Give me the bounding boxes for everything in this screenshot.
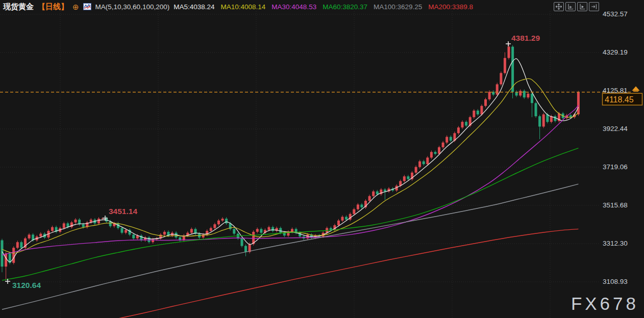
candle-body (337, 221, 340, 225)
candle-body (244, 246, 247, 252)
candle-body (538, 116, 541, 126)
move-tool-button[interactable] (554, 2, 564, 11)
candle-body (341, 217, 344, 220)
candle-body (376, 192, 379, 195)
candle-body (63, 223, 65, 228)
chart-toolbar (554, 2, 599, 11)
candle-body (430, 152, 433, 157)
candle-body (480, 106, 483, 115)
candle-body (477, 111, 479, 114)
candle-body (508, 47, 510, 58)
candle-body (554, 116, 556, 121)
candle-body (217, 221, 220, 224)
candle-body (28, 234, 31, 238)
indicator-icon[interactable] (83, 3, 91, 10)
candle-body (271, 227, 274, 231)
candle-body (542, 114, 545, 126)
candle-body (121, 228, 123, 233)
scale-axis-left-icon (567, 3, 574, 10)
candle-body (407, 176, 409, 179)
candle-body (345, 217, 348, 220)
ma-value-label: MA100:3629.25 (374, 3, 422, 11)
candle-body (353, 209, 355, 214)
candle-body (190, 229, 193, 232)
ma-line-ma5 (2, 59, 578, 262)
add-compare-icon[interactable]: ⊕ (72, 3, 79, 11)
scale-axis-left-button[interactable] (565, 2, 576, 11)
candlestick-chart: 4381.293451.143120.644118.45 (0, 0, 644, 318)
candle-body (465, 122, 467, 125)
candle-body (16, 242, 19, 248)
candle-body (256, 229, 259, 232)
ma-value-label: MA200:3389.8 (428, 3, 473, 11)
timeframe-label[interactable]: 【日线】 (38, 2, 68, 12)
candle-body (442, 143, 444, 147)
candle-body (213, 224, 216, 228)
candle-body (461, 122, 464, 127)
candle-body (268, 227, 270, 230)
candle-body (519, 91, 522, 95)
ma-line-ma10 (2, 78, 578, 253)
candle-body (457, 127, 460, 133)
candle-body (473, 111, 475, 117)
candle-body (450, 137, 452, 141)
candle-body (445, 137, 448, 143)
extreme-price-label: 3451.14 (109, 207, 137, 216)
symbol-title: 现货黄金 (3, 2, 34, 12)
current-price-value: 4118.45 (605, 95, 634, 104)
candle-body (438, 147, 440, 154)
scale-axis-play-icon (579, 3, 586, 10)
ma-value-label: MA60:3820.37 (323, 3, 367, 11)
candle-body (75, 220, 77, 223)
candle-body (484, 99, 487, 106)
candle-body (132, 234, 135, 238)
candle-body (97, 219, 100, 223)
candle-body (225, 219, 228, 223)
candle-body (221, 219, 224, 221)
price-up-arrow-icon (633, 87, 639, 91)
candle-body (82, 224, 85, 227)
candle-body (403, 176, 406, 181)
candle-body (39, 234, 42, 237)
candle-body (418, 162, 421, 167)
candle-body (496, 84, 499, 94)
candle-body (504, 58, 506, 73)
candle-body (488, 92, 491, 99)
extreme-price-label: 3120.64 (12, 281, 41, 289)
candle-body (12, 248, 15, 263)
scale-axis-play-button[interactable] (577, 2, 587, 11)
candle-body (569, 115, 572, 117)
ma-value-label: MA10:4008.14 (221, 3, 266, 11)
candle-body (125, 230, 127, 233)
candle-body (70, 222, 73, 227)
candle-body (434, 152, 437, 154)
ma-line-ma200 (110, 229, 578, 318)
candle-body (233, 229, 235, 233)
ma-settings-label[interactable]: MA(5,10,30,60,100,200) (95, 3, 170, 11)
candle-body (426, 157, 429, 164)
ma-line-ma100 (2, 184, 578, 309)
candle-body (260, 229, 262, 232)
candle-body (5, 253, 7, 267)
ma-line-ma60 (2, 148, 578, 280)
candle-body (330, 228, 332, 230)
candle-body (291, 229, 293, 232)
candle-body (357, 204, 359, 209)
watermark: FX678 (571, 294, 639, 314)
candle-body (423, 162, 425, 165)
ma-values: MA5:4038.24MA10:4008.14MA30:4048.53MA60:… (174, 3, 473, 11)
candle-body (20, 242, 22, 248)
ma-value-label: MA30:4048.53 (271, 3, 316, 11)
candle-body (535, 103, 537, 116)
candle-body (51, 227, 54, 231)
jump-to-latest-button[interactable] (589, 2, 599, 11)
candle-body (360, 204, 363, 207)
jump-to-latest-icon (590, 3, 598, 10)
candle-body (577, 92, 580, 115)
candle-body (500, 73, 502, 84)
candle-body (527, 94, 529, 97)
candle-body (531, 94, 533, 103)
candle-body (368, 196, 371, 201)
candle-body (384, 190, 386, 192)
candle-body (372, 192, 375, 196)
